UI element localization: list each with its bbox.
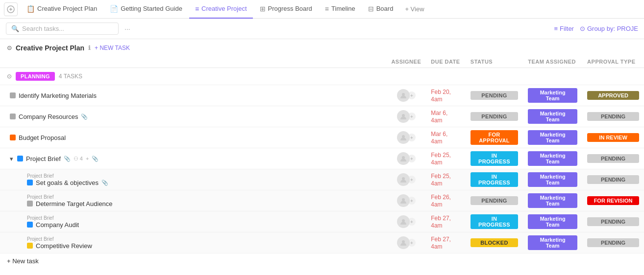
subtask-approval-badge: PENDING	[587, 238, 639, 247]
approval-cell: PENDING	[582, 106, 644, 127]
avatar	[397, 152, 410, 165]
more-options-button[interactable]: ···	[123, 25, 132, 33]
subtask-due-date: Feb 27, 4am	[431, 236, 451, 250]
tab-icon-timeline: ≡	[325, 5, 329, 13]
subtask-row: Project Brief Company Audit +	[0, 211, 644, 232]
due-date-cell: Feb 20, 4am	[426, 85, 466, 106]
task-name-cell: Company Resources 📎	[0, 106, 386, 127]
subtask-team-badge: Marketing Team	[528, 214, 577, 229]
task-row: Company Resources 📎 + Mar 6, 4am PENDING…	[0, 106, 644, 127]
search-box[interactable]: 🔍 Search tasks...	[6, 23, 119, 35]
assignee-cell: +	[386, 169, 426, 190]
subtask-parent-label: Project Brief	[27, 236, 381, 242]
due-date-cell: Feb 25, 4am	[426, 148, 466, 169]
task-color-dot	[10, 114, 16, 119]
task-name-text[interactable]: Identify Marketing Materials	[19, 92, 97, 99]
team-badge: Marketing Team	[528, 151, 577, 166]
task-name-cell: Identify Marketing Materials	[0, 85, 386, 106]
subtask-approval-badge: FOR REVISION	[587, 196, 639, 205]
subtask-status-cell: PENDING	[466, 190, 523, 211]
subtask-color-dot	[27, 222, 33, 228]
new-task-label: + New task	[7, 257, 39, 265]
due-date-text: Mar 6, 4am	[431, 131, 447, 145]
th-status: STATUS	[466, 56, 523, 68]
app-logo[interactable]	[4, 2, 18, 16]
tab-timeline[interactable]: ≡ Timeline	[319, 0, 361, 19]
subtask-approval-cell: PENDING	[582, 232, 644, 253]
assignee-cell: +	[386, 232, 426, 253]
subtask-team-badge: Marketing Team	[528, 235, 577, 250]
subtask-name-text[interactable]: Determine Target Audience	[36, 200, 113, 207]
tab-creative-project[interactable]: ≡ Creative Project	[189, 0, 253, 19]
tab-icon-creative: ≡	[195, 5, 199, 13]
task-name-text[interactable]: Budget Proposal	[19, 134, 66, 141]
th-team: TEAM ASSIGNED	[523, 56, 582, 68]
assignee-cell: +	[386, 127, 426, 148]
expand-arrow[interactable]: ▾	[10, 155, 13, 162]
subtask-due-date: Feb 27, 4am	[431, 215, 451, 229]
subtask-status-badge: PENDING	[471, 196, 518, 205]
subtask-parent-label: Project Brief	[27, 194, 381, 200]
task-name-text[interactable]: Company Resources	[19, 113, 78, 120]
tab-icon-plan: 📋	[26, 5, 35, 13]
section-collapse-icon[interactable]: ⊙	[7, 45, 12, 51]
subtask-row: Project Brief Set goals & objectives 📎	[0, 169, 644, 190]
tab-creative-project-plan[interactable]: 📋 Creative Project Plan	[21, 0, 103, 19]
content-area: ⊙ Creative Project Plan ℹ + NEW TASK ASS…	[0, 39, 644, 269]
task-row: Budget Proposal + Mar 6, 4am FOR APPROVA…	[0, 127, 644, 148]
task-row: ▾ Project Brief 📎 ⚇ 4 + 📎 + Feb 25, 4am …	[0, 148, 644, 169]
subtask-name-cell: Project Brief Set goals & objectives 📎	[0, 169, 386, 190]
tab-label-timeline: Timeline	[331, 5, 355, 12]
subtask-name-cell: Project Brief Determine Target Audience	[0, 190, 386, 211]
info-icon[interactable]: ℹ	[88, 45, 91, 51]
new-task-row[interactable]: + New task	[0, 253, 644, 269]
tab-getting-started[interactable]: 📄 Getting Started Guide	[104, 0, 188, 19]
approval-badge: IN REVIEW	[587, 133, 639, 142]
th-assignee: ASSIGNEE	[386, 56, 426, 68]
task-color-dot	[10, 135, 16, 140]
due-date-text: Feb 20, 4am	[431, 89, 451, 103]
tab-add-view[interactable]: + View	[400, 2, 429, 16]
filter-button[interactable]: ≡ Filter	[554, 25, 573, 32]
status-cell: PENDING	[466, 85, 523, 106]
subtask-due-date-cell: Feb 27, 4am	[426, 232, 466, 253]
task-name-text[interactable]: Project Brief	[26, 155, 61, 162]
subtask-color-dot	[27, 201, 33, 206]
approval-badge: PENDING	[587, 112, 639, 121]
group-collapse-icon[interactable]: ⊙	[7, 73, 12, 80]
subtask-team-cell: Marketing Team	[523, 232, 582, 253]
th-approval: APPROVAL TYPE	[582, 56, 644, 68]
team-badge: Marketing Team	[528, 88, 577, 103]
add-subtask-button[interactable]: +	[86, 156, 89, 161]
avatar	[397, 215, 410, 228]
tab-progress-board[interactable]: ⊞ Progress Board	[254, 0, 318, 19]
new-task-button[interactable]: + NEW TASK	[95, 45, 130, 51]
attach-icon: 📎	[64, 156, 71, 162]
subtask-name-text[interactable]: Set goals & objectives	[36, 179, 99, 186]
subtask-status-badge: IN PROGRESS	[471, 172, 518, 187]
group-by-button[interactable]: ⊙ Group by: PROJE	[580, 25, 638, 32]
filter-label: Filter	[560, 25, 574, 32]
subtask-name-text[interactable]: Competitive Review	[36, 242, 92, 250]
tab-add-view-label: + View	[405, 5, 424, 13]
tab-board[interactable]: ⊟ Board	[362, 0, 399, 19]
subtask-name-text[interactable]: Company Audit	[36, 221, 79, 229]
section-title-row: ⊙ Creative Project Plan ℹ + NEW TASK	[0, 39, 644, 56]
subtask-approval-cell: FOR REVISION	[582, 190, 644, 211]
th-name	[0, 56, 386, 68]
subtask-team-cell: Marketing Team	[523, 190, 582, 211]
avatar	[397, 131, 410, 144]
subtask-team-badge: Marketing Team	[528, 172, 577, 187]
approval-cell: PENDING	[582, 148, 644, 169]
approval-cell: APPROVED	[582, 85, 644, 106]
subtask-parent-label: Project Brief	[27, 215, 381, 221]
subtask-due-date-cell: Feb 26, 4am	[426, 190, 466, 211]
search-placeholder: Search tasks...	[22, 25, 64, 32]
subtask-team-badge: Marketing Team	[528, 193, 577, 208]
status-badge: IN PROGRESS	[471, 151, 518, 166]
subtask-approval-badge: PENDING	[587, 175, 639, 184]
subtask-status-badge: IN PROGRESS	[471, 214, 518, 229]
tab-label-board: Board	[376, 5, 394, 12]
column-headers: ASSIGNEE DUE DATE STATUS TEAM ASSIGNED A…	[0, 56, 644, 68]
approval-cell: IN REVIEW	[582, 127, 644, 148]
